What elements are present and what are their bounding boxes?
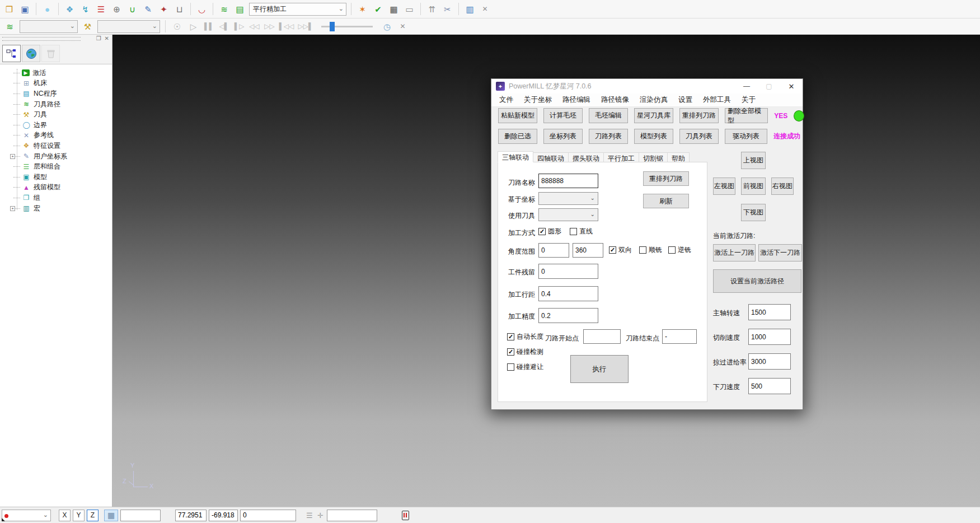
based-coord-combo[interactable]: ⌄ — [538, 192, 598, 205]
paste-new-model-button[interactable]: 粘贴新模型 — [498, 108, 537, 123]
menu-file[interactable]: 文件 — [499, 95, 513, 105]
plunge-feed-input[interactable] — [748, 378, 791, 394]
tab-help[interactable]: 帮助 — [668, 152, 690, 162]
point-snap-combo[interactable]: ⌄ — [2, 510, 51, 521]
menu-render-sim[interactable]: 渲染仿真 — [640, 95, 668, 105]
toolpath-name-input[interactable] — [538, 174, 598, 188]
fast-forward-icon[interactable]: ▷▷ — [264, 20, 275, 33]
delete-selected-button[interactable]: 删除已选 — [498, 129, 537, 144]
use-tool-combo[interactable]: ⌄ — [538, 208, 598, 221]
model-list-button[interactable]: 模型列表 — [634, 129, 673, 144]
cutting-feed-input[interactable] — [748, 329, 791, 345]
position-probe-icon[interactable]: ✛ — [317, 511, 323, 520]
tab-saw[interactable]: 切割锯 — [639, 152, 668, 162]
tree-item-macros[interactable]: +▥宏 — [0, 203, 112, 214]
edit-toolpath-icon[interactable]: ✎ — [142, 3, 154, 16]
tab-explorer-tree[interactable] — [2, 45, 21, 62]
sim-toolpath-combo[interactable]: ⌄ — [20, 20, 78, 33]
clock-icon[interactable]: ◷ — [381, 20, 393, 33]
tree-item-tools[interactable]: ⚒刀具 — [0, 109, 112, 120]
menu-path-edit[interactable]: 路径编辑 — [562, 95, 590, 105]
toolpath-list-button[interactable]: 刀路列表 — [589, 129, 628, 144]
sim-tool-combo[interactable]: ⌄ — [97, 20, 160, 33]
tool-holder-icon[interactable]: ⊔ — [173, 3, 186, 16]
skip-to-end-icon[interactable]: ▷▷▌ — [298, 20, 313, 33]
tree-item-nc-program[interactable]: ▤NC程序 — [0, 88, 112, 99]
delete-all-models-button[interactable]: 删除全部模型 — [725, 108, 768, 123]
tree-item-machine[interactable]: ⊞机床 — [0, 78, 112, 89]
edit-block-button[interactable]: 毛坯编辑 — [589, 108, 628, 123]
expand-icon[interactable]: + — [10, 206, 15, 211]
collision-avoid-checkbox[interactable]: 碰撞避让 — [507, 362, 543, 372]
tree-item-feature-sets[interactable]: ❖特征设置 — [0, 141, 112, 151]
cursor-y-input[interactable] — [209, 510, 238, 521]
conventional-checkbox[interactable]: 逆铣 — [668, 245, 691, 255]
step-forward-icon[interactable]: ▌▷ — [233, 20, 245, 33]
activate-next-toolpath-button[interactable]: 激活下一刀路 — [758, 244, 802, 262]
angle-end-input[interactable] — [573, 243, 603, 258]
tool-list-button[interactable]: 刀具列表 — [679, 129, 719, 144]
menu-settings[interactable]: 设置 — [678, 95, 692, 105]
calc-block-button[interactable]: 计算毛坯 — [543, 108, 583, 123]
maximize-button[interactable]: ▢ — [758, 79, 780, 94]
machine-ok-icon[interactable]: ✔ — [372, 3, 385, 16]
refresh-button[interactable]: 刷新 — [643, 194, 689, 208]
open-project-icon[interactable]: ❒ — [3, 3, 16, 16]
simulation-speed-slider[interactable] — [321, 26, 373, 27]
circle-checkbox[interactable]: ✓圆形 — [538, 227, 561, 236]
spindle-speed-input[interactable] — [748, 304, 791, 320]
tool-icon[interactable]: ⚒ — [81, 20, 94, 33]
gouge-check-icon[interactable]: ∪ — [126, 3, 139, 16]
activate-prev-toolpath-button[interactable]: 激活上一刀路 — [713, 244, 756, 262]
close-panel-icon[interactable]: ✕ — [105, 35, 109, 41]
view-bottom-button[interactable]: 下视图 — [741, 204, 766, 221]
close-toolbar-icon[interactable]: ✕ — [479, 3, 491, 16]
toolpath-icon[interactable]: ≋ — [218, 3, 231, 16]
toolpath-icon[interactable]: ≋ — [3, 20, 16, 33]
tab-swivel[interactable]: 摆头联动 — [569, 152, 604, 162]
float-panel-icon[interactable]: ❐ — [96, 35, 101, 41]
angle-start-input[interactable] — [538, 243, 569, 258]
line-checkbox[interactable]: 直线 — [570, 227, 593, 236]
snap-value-input[interactable] — [120, 510, 161, 521]
step-back-icon[interactable]: ◁▌ — [218, 20, 230, 33]
rearrange-toolpaths-button[interactable]: 重排列刀路 — [679, 108, 719, 123]
coords-list-icon[interactable]: ☰ — [306, 511, 313, 520]
tab-4axis[interactable]: 四轴联动 — [533, 152, 569, 162]
menu-coords[interactable]: 关于坐标 — [524, 95, 552, 105]
view-front-button[interactable]: 前视图 — [741, 178, 766, 195]
climb-checkbox[interactable]: 顺铣 — [639, 245, 662, 255]
coord-list-button[interactable]: 坐标列表 — [543, 129, 583, 144]
tree-item-activate[interactable]: ▶激活 — [0, 68, 112, 78]
strategy-combo[interactable]: 平行精加工 ⌄ — [249, 3, 346, 16]
bulb-icon[interactable]: ☉ — [171, 20, 184, 33]
tab-parallel[interactable]: 平行加工 — [604, 152, 639, 162]
collision-detect-checkbox[interactable]: ✓碰撞检测 — [507, 347, 543, 357]
drive-list-button[interactable]: 驱动列表 — [725, 129, 767, 144]
start-point-input[interactable] — [583, 329, 621, 344]
view-top-button[interactable]: 上视图 — [741, 152, 766, 169]
calculator-icon[interactable]: ▦ — [387, 3, 400, 16]
strategy-list-icon[interactable]: ▤ — [233, 3, 246, 16]
tab-explorer-world[interactable] — [22, 45, 40, 62]
collision-check-icon[interactable]: ✶ — [356, 3, 369, 16]
verify-toolpath-icon[interactable]: ◡ — [195, 3, 208, 16]
close-button[interactable]: ✕ — [780, 79, 803, 94]
expand-icon[interactable]: + — [10, 154, 15, 159]
stock-input[interactable] — [538, 264, 598, 279]
auto-length-checkbox[interactable]: ✓自动长度 — [507, 332, 543, 342]
rearrange-button[interactable]: 重排列刀路 — [643, 171, 689, 186]
menu-path-mirror[interactable]: 路径镜像 — [601, 95, 629, 105]
trim-icon[interactable]: ✂ — [441, 3, 454, 16]
tree-item-levels[interactable]: ☰层和组合 — [0, 161, 112, 172]
tool-library-button[interactable]: 星河刀具库 — [634, 108, 673, 123]
cursor-z-input[interactable] — [240, 510, 296, 521]
play-icon[interactable]: ▷ — [187, 20, 200, 33]
menu-external-tools[interactable]: 外部工具 — [703, 95, 731, 105]
slider-handle[interactable] — [330, 22, 335, 31]
set-active-path-button[interactable]: 设置当前激活路径 — [713, 269, 801, 293]
stepover-input[interactable] — [538, 286, 598, 301]
minimize-button[interactable]: — — [735, 79, 758, 94]
tab-explorer-trash[interactable] — [41, 45, 60, 62]
shaded-view-icon[interactable]: ● — [41, 3, 54, 16]
